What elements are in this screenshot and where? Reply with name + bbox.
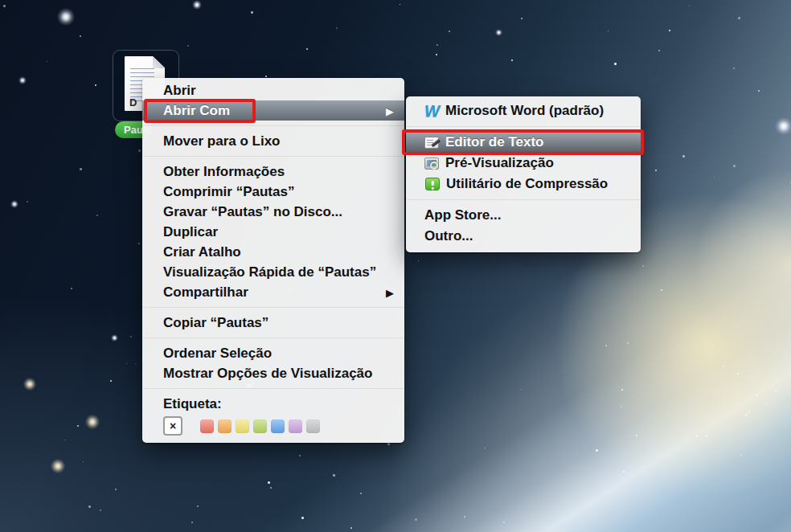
menu-separator [406,194,641,205]
star [678,346,679,347]
star [299,455,301,456]
star [138,149,141,152]
context-menu-item-gravar-pautas-no-disco[interactable]: Gravar “Pautas” no Disco... [142,202,404,222]
menu-separator-line [407,126,640,127]
star [64,440,65,440]
star [197,505,199,507]
submenu-arrow-icon: ▶ [386,104,394,117]
context-menu-item-abrir[interactable]: Abrir [142,80,404,100]
menu-separator-line [143,307,404,308]
archive-icon [425,178,440,190]
menu-item-label: Pré-Visualização [445,155,554,171]
bright-glow-star [111,334,118,342]
star [436,54,437,55]
context-menu-item-mostrar-opcoes-de-visualizacao[interactable]: Mostrar Opções de Visualização [142,363,404,383]
bright-glow-star [10,200,18,208]
star [27,201,28,203]
context-menu-item-obter-informacoes[interactable]: Obter Informações [142,162,404,182]
star [623,471,625,473]
star [96,215,98,216]
menu-item-label: Outro... [424,228,473,244]
menu-item-label: App Store... [424,207,501,223]
star [400,4,400,5]
label-swatch-green[interactable] [253,419,267,433]
context-menu-item-ordenar-selecao[interactable]: Ordenar Seleção [142,343,404,363]
star [696,436,698,437]
context-menu-item-duplicar[interactable]: Duplicar [142,222,404,242]
menu-separator-line [143,388,404,389]
open-with-item-editor-de-texto[interactable]: Editor de Texto [406,132,641,153]
star [301,517,304,519]
star [83,461,84,462]
open-with-item-pre-visualizacao[interactable]: Pré-Visualização [406,153,641,174]
menu-item-label: Utilitário de Compressão [446,176,608,192]
menu-item-label: Microsoft Word (padrão) [445,103,604,119]
menu-item-label: Mover para o Lixo [163,133,280,149]
label-swatch-purple[interactable] [289,419,302,433]
star [95,84,96,86]
menu-item-label: Criar Atalho [163,244,241,260]
label-swatch-red[interactable] [200,419,214,433]
star [621,389,623,391]
context-menu-item-compartilhar[interactable]: Compartilhar▶ [142,282,404,302]
open-with-item-app-store[interactable]: App Store... [406,205,641,226]
star [130,336,132,338]
context-menu-item-comprimir-pautas[interactable]: Comprimir “Pautas” [142,182,404,202]
context-menu-item-criar-atalho[interactable]: Criar Atalho [142,242,404,262]
open-with-item-utilitario-de-compressao[interactable]: Utilitário de Compressão [406,174,641,194]
star [100,509,101,511]
menu-item-label: Visualização Rápida de “Pautas” [163,264,376,280]
warm-glow-star [85,415,100,429]
star [110,380,112,382]
star [485,448,486,448]
star [270,487,272,489]
desktop: D Pau AbrirAbrir Com▶Mover para o LixoOb… [0,0,791,532]
star [621,406,622,407]
label-swatch-orange[interactable] [218,419,232,433]
star [738,17,740,19]
bright-glow-star [192,0,202,10]
star [268,481,270,484]
star [723,366,724,367]
menu-separator-line [143,156,404,157]
context-menu-item-mover-para-o-lixo[interactable]: Mover para o Lixo [142,131,404,151]
menu-item-label: Comprimir “Pautas” [163,184,294,200]
star [596,449,598,452]
menu-separator-line [407,199,640,200]
label-swatch-yellow[interactable] [236,419,249,433]
star [661,289,662,291]
context-menu-item-abrir-com[interactable]: Abrir Com▶ [142,100,404,121]
star [756,394,758,396]
bright-glow-star [57,8,75,26]
context-menu-item-copiar-pautas[interactable]: Copiar “Pautas” [142,313,404,333]
star [608,31,609,31]
open-with-item-outro[interactable]: Outro... [406,226,641,247]
label-section-title: Etiqueta: [142,394,404,414]
preview-icon [424,158,439,170]
star [306,48,308,50]
label-swatch-blue[interactable] [271,419,285,433]
open-with-item-microsoft-word-padrao[interactable]: WMicrosoft Word (padrão) [406,100,641,121]
star [748,411,750,413]
menu-item-label: Ordenar Seleção [163,346,272,362]
word-icon: W [424,104,439,118]
submenu-arrow-icon: ▶ [386,286,394,298]
context-menu-item-visualizacao-rapida-de-pautas[interactable]: Visualização Rápida de “Pautas” [142,262,404,282]
star [659,213,660,214]
star [745,414,748,416]
star [503,522,505,523]
star [642,265,644,267]
label-swatch-gray[interactable] [306,419,320,433]
bright-glow-star [18,76,27,84]
bright-glow-star [495,29,502,36]
menu-item-label: Mostrar Opções de Visualização [163,366,372,382]
star [655,170,657,171]
star [737,373,739,374]
label-clear-button[interactable]: × [163,416,182,436]
star [765,402,767,403]
warm-glow-star [51,459,65,473]
menu-item-label: Editor de Texto [445,134,543,150]
star [360,493,362,494]
textedit-icon [424,137,439,149]
star [740,455,742,456]
